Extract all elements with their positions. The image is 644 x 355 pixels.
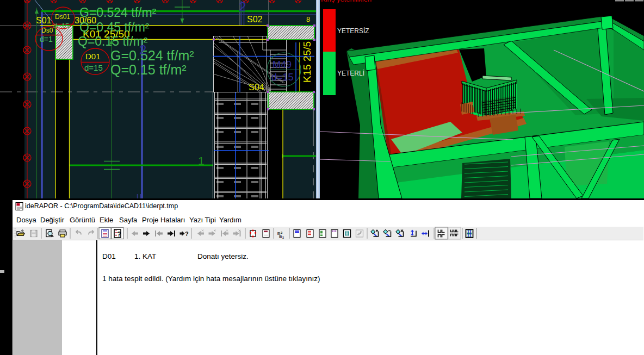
svg-text:M49: M49 [273, 59, 292, 70]
svg-text:1: 1 [198, 154, 205, 167]
svg-text:Ds0: Ds0 [41, 27, 53, 34]
svg-text:Q=0.15 tf/m²: Q=0.15 tf/m² [78, 34, 148, 48]
svg-text:Kiriş yeterlilikleri: Kiriş yeterlilikleri [321, 0, 371, 3]
svg-text:2: 2 [239, 0, 246, 14]
svg-text:?: ? [185, 231, 189, 237]
svg-text:YETERSİZ: YETERSİZ [337, 27, 369, 35]
svg-text:K15 25/5: K15 25/5 [301, 41, 313, 83]
svg-text:G=0.524 tf/m²: G=0.524 tf/m² [79, 5, 157, 20]
svg-text:?: ? [117, 230, 121, 238]
svg-text:S01: S01 [36, 16, 52, 25]
svg-text:D01: D01 [85, 52, 101, 61]
svg-text:Q=0.15 tf/m²: Q=0.15 tf/m² [110, 62, 187, 77]
svg-text:8: 8 [306, 15, 310, 23]
svg-text:Q=0.45 tf/m²: Q=0.45 tf/m² [79, 20, 150, 34]
svg-text:S04: S04 [249, 83, 264, 92]
svg-text:2: 2 [139, 42, 146, 57]
svg-text:d=15: d=15 [84, 63, 103, 72]
svg-text:Ds01: Ds01 [55, 13, 70, 21]
svg-text:S02: S02 [247, 15, 263, 24]
svg-text:d=15: d=15 [271, 72, 294, 83]
svg-text:d=1: d=1 [40, 35, 53, 43]
svg-text:G=0.524 tf/m²: G=0.524 tf/m² [110, 48, 194, 63]
svg-text:d=15: d=15 [53, 22, 69, 30]
svg-text:m₂: m₂ [279, 234, 284, 240]
svg-text:YETERLİ: YETERLİ [337, 70, 364, 77]
